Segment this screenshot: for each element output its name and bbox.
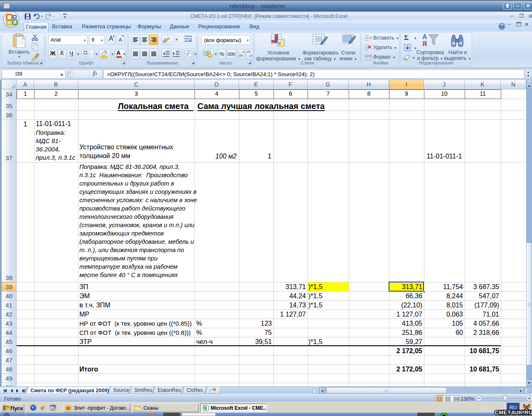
svg-text:1С: 1С <box>66 406 71 411</box>
svg-text:≤: ≤ <box>278 41 281 45</box>
svg-text:a: a <box>186 52 188 57</box>
svg-text:CMET4UK.RU: CMET4UK.RU <box>495 409 532 416</box>
svg-text:?: ? <box>500 24 503 29</box>
